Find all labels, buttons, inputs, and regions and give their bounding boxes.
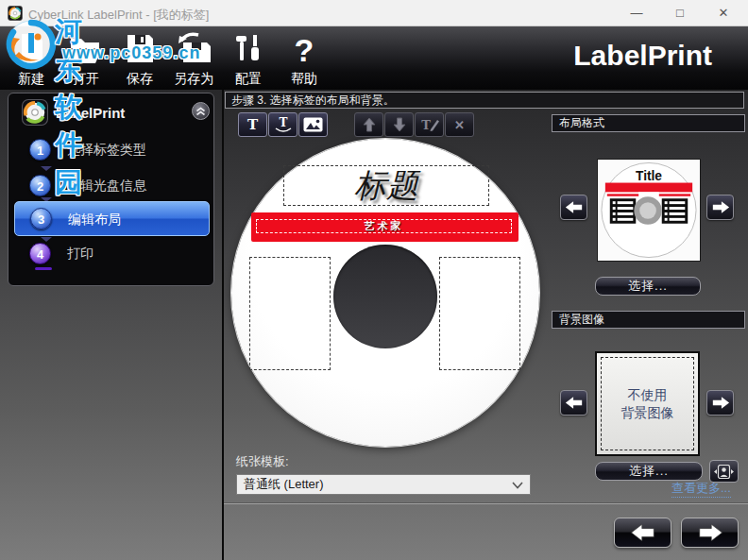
disc-tracklist-left[interactable] xyxy=(249,257,331,370)
step-2-label: 编辑光盘信息 xyxy=(67,178,146,195)
text-icon: T xyxy=(247,116,258,133)
open-button-label: 打开 xyxy=(59,71,113,88)
app-icon xyxy=(8,6,23,21)
chevron-down-icon xyxy=(512,482,523,489)
step-instruction-bar: 步骤 3. 选择标签的布局和背景。 xyxy=(225,92,744,109)
arc-text-icon: T xyxy=(273,116,294,134)
layout-thumbnail-disc: Title xyxy=(598,160,700,261)
step-3-number: 3 xyxy=(30,208,52,229)
background-next-button[interactable] xyxy=(706,390,734,416)
disc-artist-selection: 艺术家 xyxy=(256,219,512,233)
arrow-left-icon xyxy=(565,200,584,214)
layout-format-header: 布局格式 xyxy=(552,114,745,132)
move-up-button[interactable] xyxy=(354,112,383,137)
configure-button[interactable]: 配置 xyxy=(221,29,276,88)
sidebar-app-name: LabelPrint xyxy=(56,105,125,121)
arrow-up-icon xyxy=(363,117,376,132)
open-folder-icon xyxy=(59,29,113,71)
layout-thumbnail-title-text: Title xyxy=(636,169,662,183)
save-as-icon xyxy=(166,29,221,71)
step-1-number: 1 xyxy=(29,139,51,161)
minimize-button[interactable]: — xyxy=(620,0,653,25)
configure-button-label: 配置 xyxy=(221,71,276,88)
save-as-button[interactable]: 另存为 xyxy=(166,29,221,88)
tracklist-glyph-right xyxy=(662,198,688,224)
new-button-label: 新建 xyxy=(4,71,59,88)
help-icon: ? xyxy=(277,29,332,71)
sidebar-step-2[interactable]: 2 编辑光盘信息 xyxy=(14,172,210,200)
save-icon xyxy=(112,29,167,71)
title-bar: CyberLink LabelPrint - [我的标签] — □ ✕ xyxy=(0,0,748,26)
save-button[interactable]: 保存 xyxy=(112,29,167,88)
sidebar-step-3-active[interactable]: 3 编辑布局 xyxy=(14,201,210,236)
step-4-number: 4 xyxy=(29,243,51,264)
disc-artist-band[interactable]: 艺术家 xyxy=(251,212,518,242)
brand-logo: LabelPrint xyxy=(573,40,712,72)
background-prev-button[interactable] xyxy=(560,390,587,416)
double-chevron-up-icon xyxy=(196,107,206,116)
svg-text:T: T xyxy=(421,118,431,132)
save-button-label: 保存 xyxy=(112,71,167,88)
no-background-text-line1: 不使用 xyxy=(628,386,668,404)
big-arrow-left-icon xyxy=(628,523,658,542)
window-title: CyberLink LabelPrint - [我的标签] xyxy=(28,7,209,24)
disc-center-hole xyxy=(333,245,437,348)
close-button[interactable]: ✕ xyxy=(707,0,740,25)
step-4-label: 打印 xyxy=(67,246,94,263)
add-image-button[interactable] xyxy=(298,112,328,137)
sidebar-step-1[interactable]: 1 选择标签类型 xyxy=(14,136,210,164)
help-button-label: 帮助 xyxy=(277,71,332,88)
paper-template-value: 普通纸 (Letter) xyxy=(244,477,324,491)
step-3-label: 编辑布局 xyxy=(68,212,121,229)
layout-next-button[interactable] xyxy=(706,195,734,220)
next-step-button[interactable] xyxy=(681,518,739,548)
add-text-button[interactable]: T xyxy=(238,112,267,137)
step-chevron-icon xyxy=(41,166,52,171)
edit-text-button[interactable]: T xyxy=(415,112,444,137)
arrow-right-icon xyxy=(711,396,730,410)
save-as-button-label: 另存为 xyxy=(166,71,221,88)
svg-text:T: T xyxy=(279,116,287,129)
add-arc-text-button[interactable]: T xyxy=(268,112,298,137)
image-icon xyxy=(303,117,323,132)
steps-panel: LabelPrint 1 选择标签类型 2 编辑光盘信息 3 编辑布局 4 打印 xyxy=(8,93,214,286)
tools-icon xyxy=(221,29,276,71)
view-more-link[interactable]: 查看更多... xyxy=(672,480,731,498)
open-button[interactable]: 打开 xyxy=(59,29,113,88)
layout-format-thumbnail[interactable]: Title xyxy=(597,159,701,262)
background-image-header: 背景图像 xyxy=(552,311,745,329)
collapse-panel-button[interactable] xyxy=(192,102,210,120)
move-down-button[interactable] xyxy=(384,112,414,137)
help-button[interactable]: ? 帮助 xyxy=(277,29,332,88)
paper-template-select[interactable]: 普通纸 (Letter) xyxy=(236,474,531,495)
sidebar-divider xyxy=(222,90,224,560)
step-4-underline xyxy=(35,267,52,270)
step-1-label: 选择标签类型 xyxy=(67,142,146,159)
disc-title-text: 标题 xyxy=(354,164,418,208)
arrow-down-icon xyxy=(393,117,406,132)
disc-title-textbox[interactable]: 标题 xyxy=(283,165,489,206)
sidebar-step-4[interactable]: 4 打印 xyxy=(14,240,210,268)
disc-tracklist-right[interactable] xyxy=(439,257,520,370)
previous-step-button[interactable] xyxy=(614,518,672,548)
layout-select-button[interactable]: 选择... xyxy=(595,277,701,296)
edit-text-icon: T xyxy=(419,117,440,133)
no-background-text-line2: 背景图像 xyxy=(621,404,674,422)
tracklist-glyph-left xyxy=(610,198,636,224)
delete-x-icon: ✕ xyxy=(454,118,465,132)
layout-prev-button[interactable] xyxy=(560,195,587,220)
background-image-thumbnail[interactable]: 不使用 背景图像 xyxy=(595,351,700,456)
maximize-button[interactable]: □ xyxy=(664,0,696,25)
background-select-button[interactable]: 选择... xyxy=(595,462,703,481)
big-arrow-right-icon xyxy=(695,523,725,542)
paper-template-label: 纸张模板: xyxy=(236,453,289,470)
bottom-separator xyxy=(224,502,748,504)
arrow-left-icon xyxy=(565,396,584,410)
delete-object-button[interactable]: ✕ xyxy=(445,112,474,137)
arrow-right-icon xyxy=(711,200,730,214)
disc-artist-text: 艺术家 xyxy=(365,219,404,233)
new-button[interactable]: 新建 xyxy=(4,29,59,88)
background-thumbnail-dashed-frame: 不使用 背景图像 xyxy=(601,357,694,450)
disc-label-canvas: 标题 艺术家 xyxy=(231,139,539,447)
photo-person-icon xyxy=(714,465,734,479)
